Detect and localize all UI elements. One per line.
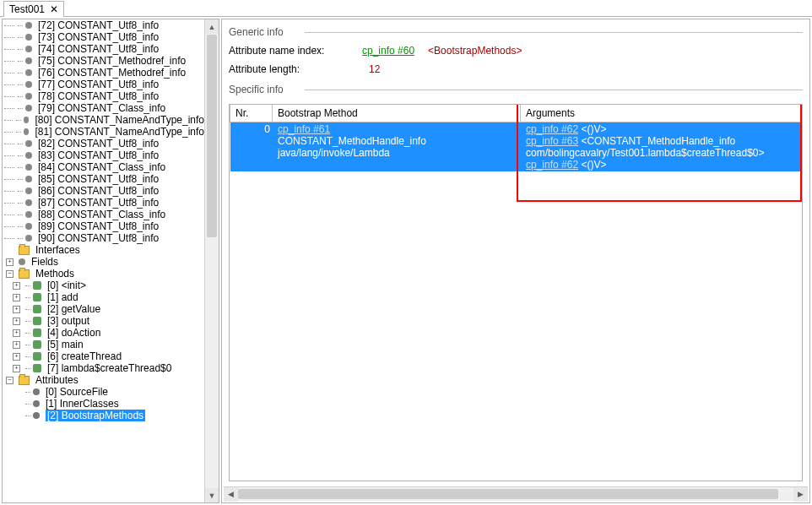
tree-item-constant[interactable]: [90] CONSTANT_Utf8_info — [4, 232, 204, 244]
tree-section-methods[interactable]: Methods — [35, 268, 74, 280]
column-header-nr[interactable]: Nr. — [230, 105, 273, 122]
tree-item-label: [78] CONSTANT_Utf8_info — [38, 90, 159, 102]
method-icon — [33, 317, 41, 325]
arg-desc: <()V> — [578, 123, 606, 135]
bullet-icon — [25, 187, 32, 194]
folder-icon — [19, 269, 30, 279]
tree-item-label: [89] CONSTANT_Utf8_info — [38, 220, 159, 232]
tree-item-constant[interactable]: [83] CONSTANT_Utf8_info — [4, 149, 204, 161]
scroll-down-arrow[interactable]: ▼ — [205, 488, 219, 502]
cp-link[interactable]: cp_info #62 — [526, 159, 578, 171]
expander-icon[interactable]: − — [6, 377, 14, 384]
attr-length-value: 12 — [369, 63, 380, 75]
tree-item-constant[interactable]: [75] CONSTANT_Methodref_info — [4, 55, 204, 67]
tree-item-label: [74] CONSTANT_Utf8_info — [38, 43, 159, 55]
tree-item-attribute[interactable]: [1] InnerClasses — [11, 398, 204, 410]
tree-item-method[interactable]: +[6] createThread — [11, 350, 204, 362]
tree-item-constant[interactable]: [80] CONSTANT_NameAndType_info — [4, 114, 204, 126]
right-horizontal-scrollbar[interactable]: ◀ ▶ — [224, 486, 808, 501]
class-tree[interactable]: [72] CONSTANT_Utf8_info[73] CONSTANT_Utf… — [3, 19, 204, 502]
method-icon — [33, 329, 41, 337]
attr-length-label: Attribute length: — [229, 63, 355, 75]
tree-item-label: [4] doAction — [47, 327, 100, 339]
cp-link[interactable]: cp_info #63 — [526, 135, 578, 147]
tree-item-method[interactable]: +[2] getValue — [11, 303, 204, 315]
scroll-right-arrow[interactable]: ▶ — [793, 487, 808, 502]
expander-icon[interactable]: + — [13, 318, 20, 325]
tree-section-attributes[interactable]: Attributes — [35, 374, 78, 386]
expander-icon[interactable]: + — [13, 306, 20, 313]
tree-item-method[interactable]: +[4] doAction — [11, 327, 204, 339]
tree-section-fields[interactable]: Fields — [31, 256, 58, 268]
bullet-icon — [25, 69, 32, 76]
tree-item-method[interactable]: +[1] add — [11, 291, 204, 303]
bullet-icon — [25, 46, 32, 52]
bullet-icon — [25, 81, 32, 88]
tab-close-icon[interactable]: ✕ — [50, 3, 58, 15]
tree-item-method[interactable]: +[0] <init> — [11, 280, 204, 291]
method-icon — [33, 352, 41, 361]
bullet-icon — [25, 176, 32, 182]
tree-item-constant[interactable]: [77] CONSTANT_Utf8_info — [4, 79, 204, 90]
generic-info-title: Generic info — [229, 26, 808, 38]
expander-icon[interactable]: + — [13, 353, 20, 361]
tree-item-constant[interactable]: [81] CONSTANT_NameAndType_info — [4, 126, 204, 138]
scroll-thumb[interactable] — [238, 489, 778, 499]
cell-arguments: cp_info #62 <()V>cp_info #63 <CONSTANT_M… — [521, 122, 802, 172]
tree-item-constant[interactable]: [89] CONSTANT_Utf8_info — [4, 220, 204, 232]
scroll-thumb[interactable] — [207, 35, 217, 237]
column-header-args[interactable]: Arguments — [521, 105, 802, 122]
scroll-left-arrow[interactable]: ◀ — [224, 487, 238, 502]
tree-item-constant[interactable]: [82] CONSTANT_Utf8_info — [4, 138, 204, 149]
method-icon — [33, 305, 41, 313]
expander-icon[interactable]: − — [6, 270, 14, 278]
tree-item-constant[interactable]: [85] CONSTANT_Utf8_info — [4, 173, 204, 185]
expander-icon[interactable]: + — [13, 365, 20, 372]
tree-item-constant[interactable]: [73] CONSTANT_Utf8_info — [4, 31, 204, 43]
tree-item-label: [77] CONSTANT_Utf8_info — [38, 79, 159, 90]
tree-item-method[interactable]: +[5] main — [11, 339, 204, 350]
tree-item-label: [0] <init> — [47, 280, 86, 291]
tree-item-attribute[interactable]: [2] BootstrapMethods — [11, 410, 204, 421]
file-tab[interactable]: Test001 ✕ — [3, 1, 64, 17]
tree-item-constant[interactable]: [72] CONSTANT_Utf8_info — [4, 19, 204, 31]
tree-item-method[interactable]: +[3] output — [11, 315, 204, 327]
tree-item-constant[interactable]: [87] CONSTANT_Utf8_info — [4, 197, 204, 209]
tree-item-label: [1] InnerClasses — [46, 398, 119, 410]
scroll-up-arrow[interactable]: ▲ — [205, 19, 219, 34]
cp-link[interactable]: cp_info #62 — [526, 123, 578, 135]
expander-icon[interactable]: + — [13, 341, 20, 349]
specific-info-title: Specific info — [229, 84, 808, 95]
cell-nr: 0 — [230, 122, 273, 172]
tree-section-interfaces[interactable]: Interfaces — [35, 244, 80, 256]
tree-item-constant[interactable]: [86] CONSTANT_Utf8_info — [4, 185, 204, 197]
tree-item-constant[interactable]: [78] CONSTANT_Utf8_info — [4, 90, 204, 102]
bullet-icon — [25, 140, 32, 147]
expander-icon[interactable]: + — [6, 258, 14, 266]
bullet-icon — [25, 152, 32, 159]
attribute-icon — [33, 412, 40, 419]
tree-item-constant[interactable]: [76] CONSTANT_Methodref_info — [4, 67, 204, 79]
folder-icon — [19, 246, 30, 255]
tree-item-attribute[interactable]: [0] SourceFile — [11, 386, 204, 398]
attribute-icon — [33, 400, 40, 407]
tree-item-label: [7] lambda$createThread$0 — [47, 362, 171, 374]
tree-item-constant[interactable]: [84] CONSTANT_Class_info — [4, 161, 204, 173]
tree-item-constant[interactable]: [79] CONSTANT_Class_info — [4, 102, 204, 114]
tree-item-constant[interactable]: [88] CONSTANT_Class_info — [4, 209, 204, 220]
bullet-icon — [25, 211, 32, 218]
expander-icon[interactable]: + — [13, 294, 20, 301]
arg-desc: <()V> — [578, 159, 606, 171]
expander-icon[interactable]: + — [13, 282, 20, 290]
expander-icon[interactable]: + — [13, 329, 20, 337]
tree-item-method[interactable]: +[7] lambda$createThread$0 — [11, 362, 204, 374]
tree-item-constant[interactable]: [74] CONSTANT_Utf8_info — [4, 43, 204, 55]
tree-item-label: [5] main — [47, 339, 84, 350]
tree-item-label: [2] getValue — [47, 303, 100, 315]
tree-item-label: [73] CONSTANT_Utf8_info — [38, 31, 159, 43]
column-header-method[interactable]: Bootstrap Method — [273, 105, 521, 122]
cp-link[interactable]: cp_info #61 — [278, 123, 330, 135]
attr-name-index-link[interactable]: cp_info #60 — [362, 45, 414, 57]
tree-vertical-scrollbar[interactable]: ▲ ▼ — [204, 19, 219, 502]
table-row[interactable]: 0 cp_info #61 CONSTANT_MethodHandle_info… — [230, 122, 802, 172]
